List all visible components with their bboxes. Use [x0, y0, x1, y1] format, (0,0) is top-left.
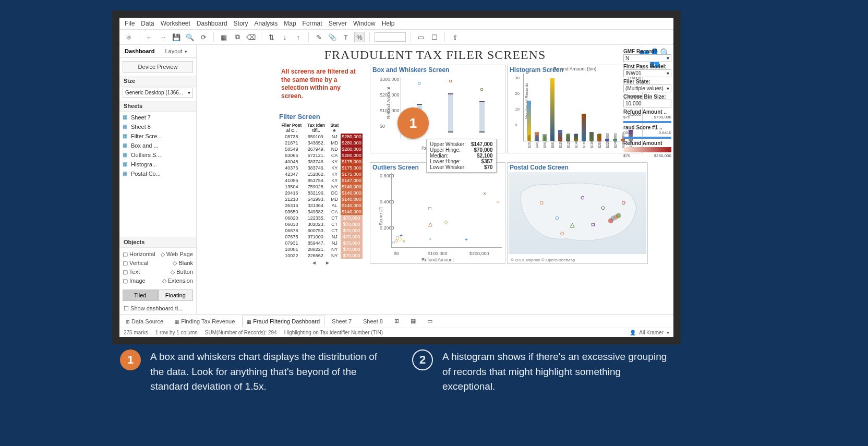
highlight-icon[interactable]: ✎	[314, 32, 324, 42]
refresh-button[interactable]: ⟳	[198, 32, 209, 42]
scatter-point[interactable]: ○	[428, 236, 431, 242]
menu-help[interactable]: Help	[382, 20, 395, 27]
sort-asc-button[interactable]: ↓	[280, 32, 290, 42]
histogram-panel[interactable]: Histogram Screen Refund Amount (bin) Num…	[507, 65, 643, 153]
menu-file[interactable]: File	[125, 20, 135, 27]
device-preview-button[interactable]: Device Preview	[123, 61, 193, 73]
show-title-checkbox[interactable]: ☐ Show dashboard ti...	[119, 303, 196, 314]
table-row[interactable]: 21210542993.MD$140,000	[279, 196, 363, 202]
sort-desc-button[interactable]: ↑	[293, 32, 304, 42]
menu-data[interactable]: Data	[141, 20, 154, 27]
object-web-page[interactable]: ◇ Web Page	[161, 251, 193, 258]
table-row[interactable]: 93066572121.CA$280,000	[279, 152, 363, 159]
tab-fraud-dashboard[interactable]: ▦Fraud Filtering Dashboard	[242, 316, 324, 327]
table-row[interactable]: 41056853754.KY$147,000	[279, 177, 363, 184]
refund-slider[interactable]	[623, 121, 671, 123]
sheet-item-6[interactable]: Postal Co...	[119, 169, 196, 178]
gmf-dropdown[interactable]: N▾	[623, 54, 671, 62]
table-row[interactable]: 36316331364.AL$140,000	[279, 202, 363, 209]
text-icon[interactable]: T	[341, 32, 351, 42]
object-button[interactable]: ◇ Button	[171, 269, 193, 275]
back-button[interactable]: ←	[144, 32, 154, 42]
menu-map[interactable]: Map	[284, 20, 296, 27]
clear-button[interactable]: ⌫	[246, 32, 256, 42]
scatter-point[interactable]: □	[428, 206, 431, 211]
scatter-point[interactable]: △	[428, 221, 432, 227]
score-slider[interactable]	[623, 137, 671, 139]
new-dashboard-icon[interactable]: ▦	[406, 316, 420, 327]
menu-window[interactable]: Window	[353, 20, 376, 27]
table-row[interactable]: 13504759028.NY$140,000	[279, 184, 363, 190]
tab-dashboard[interactable]: Dashboard	[119, 45, 160, 57]
object-text[interactable]: ▢ Text	[123, 269, 140, 275]
table-row[interactable]: 07931859447.NJ$70,000	[279, 240, 363, 246]
menu-dashboard[interactable]: Dashboard	[197, 20, 227, 27]
fpm-dropdown[interactable]: INW01▾	[623, 69, 671, 77]
hist-bar[interactable]	[550, 78, 554, 141]
sheet-item-4[interactable]: Outliers S...	[119, 150, 196, 160]
sheet-item-5[interactable]: Histogra...	[119, 160, 196, 169]
table-row[interactable]: 06830302023.CT$70,000	[279, 221, 363, 227]
menu-analysis[interactable]: Analysis	[255, 20, 278, 27]
user-name[interactable]: Ali Kramer	[639, 330, 664, 335]
share-button[interactable]: ⇪	[450, 32, 460, 42]
sheet-item-3[interactable]: Box and ...	[119, 141, 196, 150]
table-row[interactable]: 58549267949.ND$280,000	[279, 146, 363, 152]
size-dropdown[interactable]: Generic Desktop (1366...▾	[123, 88, 193, 98]
table-row[interactable]: 10022226562.NY$70,000	[279, 252, 363, 259]
duplicate-button[interactable]: ⧉	[232, 32, 243, 42]
swap-button[interactable]: ⇅	[266, 32, 276, 42]
table-row[interactable]: 07675971000.NJ$70,000	[279, 234, 363, 240]
table-row[interactable]: 06820122335.CT$70,000	[279, 215, 363, 221]
new-story-icon[interactable]: ▭	[423, 316, 437, 327]
filter-scroll[interactable]: ◄►	[279, 259, 363, 267]
scatter-point[interactable]: ×	[483, 191, 486, 197]
new-data-button[interactable]: 🔍	[185, 32, 195, 42]
object-image[interactable]: ▢ Image	[123, 278, 146, 284]
presentation-button[interactable]: ▭	[416, 32, 426, 42]
chevron-down-icon[interactable]: ▾	[667, 330, 669, 335]
tiled-button[interactable]: Tiled	[123, 290, 158, 301]
sheet-item-1[interactable]: Sheet 8	[119, 122, 196, 131]
forward-button[interactable]: →	[158, 32, 168, 42]
table-row[interactable]: 40376383746.KY$175,000	[279, 165, 363, 171]
table-row[interactable]: 40048383746.KY$175,000	[279, 159, 363, 165]
object-extension[interactable]: ◇ Extension	[162, 278, 193, 284]
floating-button[interactable]: Floating	[158, 290, 194, 301]
outliers-panel[interactable]: Outliers Screen Score #1 0.6000 0.4000 0…	[370, 162, 505, 264]
show-labels-button[interactable]: %	[354, 32, 365, 42]
worksheet-button[interactable]: ▦	[219, 32, 229, 42]
scatter-point[interactable]: +	[465, 237, 468, 243]
tab-finding-tax[interactable]: ▦Finding Tax Revenue	[171, 316, 239, 327]
table-row[interactable]: 42347152862.KY$175,000	[279, 171, 363, 177]
state-dropdown[interactable]: (Multiple values)▾	[623, 85, 671, 92]
object-blank[interactable]: ◇ Blank	[173, 260, 193, 267]
tab-sheet7[interactable]: Sheet 7	[328, 316, 356, 327]
tab-layout[interactable]: Layout▾	[160, 45, 192, 57]
postal-code-panel[interactable]: Postal Code Screen	[507, 162, 648, 264]
map[interactable]	[509, 172, 646, 254]
object-horizontal[interactable]: ▢ Horizontal	[123, 251, 155, 258]
object-vertical[interactable]: ▢ Vertical	[123, 260, 148, 267]
table-row[interactable]: 08738650109.NJ$280,000	[279, 134, 363, 140]
save-button[interactable]: 💾	[171, 32, 182, 42]
menu-story[interactable]: Story	[234, 20, 248, 27]
sheet-item-2[interactable]: Filter Scre...	[119, 131, 196, 141]
scatter-point[interactable]: +	[400, 233, 403, 238]
tab-data-source[interactable]: ⊞Data Source	[122, 316, 167, 327]
menu-server[interactable]: Server	[329, 20, 347, 27]
tab-sheet8[interactable]: Sheet 8	[359, 316, 387, 327]
fit-dropdown[interactable]	[375, 32, 406, 42]
sheet-item-0[interactable]: Sheet 7	[119, 113, 196, 122]
menu-worksheet[interactable]: Worksheet	[161, 20, 190, 27]
scatter-point[interactable]: ◇	[444, 219, 448, 225]
table-row[interactable]: 93650349382.CA$140,000	[279, 209, 363, 215]
cards-button[interactable]: ☐	[429, 32, 440, 42]
menu-format[interactable]: Format	[303, 20, 322, 27]
bin-input[interactable]: 10,000	[623, 100, 671, 107]
table-row[interactable]: 06878600753.CT$70,000	[279, 227, 363, 234]
table-row[interactable]: 21871343652.MD$280,000	[279, 140, 363, 146]
group-icon[interactable]: 📎	[327, 32, 337, 42]
scatter-point[interactable]: ○	[496, 199, 499, 204]
new-sheet-icon[interactable]: ⊞	[390, 316, 403, 327]
